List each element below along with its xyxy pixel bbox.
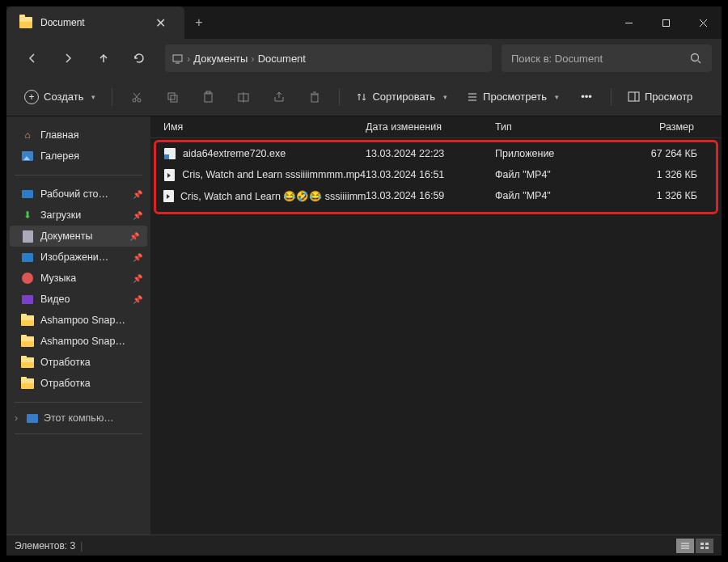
folder-icon	[21, 335, 34, 348]
pc-icon	[26, 412, 39, 425]
search-input[interactable]: Поиск в: Document	[502, 44, 712, 72]
view-button[interactable]: Просмотреть ▾	[459, 83, 567, 111]
close-button[interactable]	[684, 6, 722, 39]
file-row[interactable]: aida64extreme720.exe 13.03.2024 22:23 Пр…	[157, 143, 715, 164]
video-icon	[21, 293, 34, 306]
up-button[interactable]	[87, 44, 120, 73]
delete-button[interactable]	[298, 83, 331, 111]
create-button[interactable]: + Создать ▾	[16, 83, 104, 111]
mp4-icon	[163, 168, 176, 181]
tab-title: Document	[40, 17, 141, 28]
folder-icon	[21, 314, 34, 327]
sort-icon	[356, 91, 367, 103]
rename-button[interactable]	[227, 83, 260, 111]
pin-icon: 📌	[133, 295, 142, 304]
resize-handle-icon[interactable]: ︿	[433, 118, 440, 129]
sidebar-item-thispc[interactable]: Этот компью…	[6, 408, 150, 429]
new-tab-button[interactable]: +	[184, 15, 214, 30]
preview-button[interactable]: Просмотр	[620, 83, 700, 111]
sort-button[interactable]: Сортировать ▾	[348, 83, 455, 111]
close-tab-icon[interactable]: ✕	[149, 15, 171, 31]
column-header-type[interactable]: Тип	[495, 121, 616, 133]
svg-rect-4	[173, 55, 182, 61]
forward-button[interactable]	[52, 44, 84, 73]
file-modified: 13.03.2024 22:23	[366, 148, 495, 159]
svg-rect-29	[700, 543, 704, 545]
sidebar-label: Рабочий сто…	[40, 188, 108, 200]
separator	[15, 175, 142, 175]
sidebar-item-music[interactable]: Музыка📌	[6, 268, 150, 289]
separator	[611, 88, 612, 106]
details-view-button[interactable]	[676, 539, 694, 553]
sidebar-item-folder[interactable]: Ashampoo Snap…	[6, 310, 150, 331]
sidebar-item-folder[interactable]: Ashampoo Snap…	[6, 331, 150, 352]
separator	[112, 88, 112, 106]
sidebar-item-home[interactable]: ⌂Главная	[6, 125, 150, 146]
breadcrumb-item[interactable]: Документы	[193, 53, 248, 65]
file-row[interactable]: Cris, Watch and Learn 😂🤣😂 sssiiiimmm… 13…	[157, 185, 715, 206]
file-type: Файл "MP4"	[495, 190, 616, 201]
view-toggles	[676, 539, 713, 553]
pin-icon: 📌	[133, 190, 142, 199]
svg-rect-31	[700, 547, 704, 549]
more-button[interactable]: •••	[570, 83, 603, 111]
explorer-window: Document ✕ + › Документы › Document Поис…	[6, 6, 722, 556]
cut-button[interactable]	[121, 83, 153, 111]
sort-label: Сортировать	[372, 91, 435, 103]
sidebar-item-documents[interactable]: Документы📌	[10, 226, 147, 247]
chevron-down-icon: ▾	[555, 93, 559, 101]
sidebar-item-desktop[interactable]: Рабочий сто…📌	[6, 184, 150, 205]
view-label: Просмотреть	[483, 91, 547, 103]
breadcrumb-item[interactable]: Document	[258, 53, 306, 65]
sidebar-label: Этот компью…	[44, 412, 114, 424]
sidebar-item-folder[interactable]: Отработка	[6, 352, 150, 373]
window-tab[interactable]: Document ✕	[6, 6, 184, 39]
share-button[interactable]	[263, 83, 295, 111]
pin-icon: 📌	[133, 211, 142, 220]
sidebar-item-downloads[interactable]: ⬇Загрузки📌	[6, 205, 150, 226]
sidebar-label: Галерея	[40, 150, 79, 162]
sidebar-label: Музыка	[40, 273, 76, 284]
grid-icon	[700, 542, 709, 550]
address-bar[interactable]: › Документы › Document	[165, 44, 492, 72]
copy-button[interactable]	[156, 83, 188, 111]
pin-icon: 📌	[133, 274, 142, 283]
sidebar-item-gallery[interactable]: Галерея	[6, 146, 150, 167]
plus-circle-icon: +	[24, 90, 39, 104]
separator: |	[80, 540, 83, 551]
body: ⌂Главная Галерея Рабочий сто…📌 ⬇Загрузки…	[6, 116, 722, 535]
column-header-name[interactable]: Имя	[163, 121, 366, 133]
home-icon: ⌂	[21, 129, 34, 142]
refresh-button[interactable]	[123, 44, 155, 73]
svg-point-9	[138, 99, 141, 102]
preview-label: Просмотр	[645, 91, 692, 103]
back-button[interactable]	[16, 44, 49, 73]
file-type: Приложение	[495, 148, 616, 159]
file-name: Cris, Watch and Learn 😂🤣😂 sssiiiimmm…	[180, 190, 366, 202]
sidebar-item-video[interactable]: Видео📌	[6, 289, 150, 310]
thumbnail-view-button[interactable]	[696, 539, 713, 553]
sidebar-label: Отработка	[40, 378, 91, 389]
pin-icon: 📌	[133, 253, 142, 262]
svg-rect-14	[205, 93, 212, 102]
file-size: 1 326 КБ	[616, 169, 705, 180]
maximize-button[interactable]	[647, 6, 684, 39]
create-label: Создать	[44, 91, 83, 103]
column-header-size[interactable]: Размер	[616, 121, 705, 133]
navbar: › Документы › Document Поиск в: Document	[6, 39, 722, 78]
sidebar-item-folder[interactable]: Отработка	[6, 373, 150, 394]
minimize-button[interactable]	[610, 6, 647, 39]
content-pane: ︿ Имя Дата изменения Тип Размер aida64ex…	[150, 116, 722, 535]
sidebar-label: Ashampoo Snap…	[40, 336, 125, 347]
column-header-modified[interactable]: Дата изменения	[366, 121, 495, 133]
sidebar-item-images[interactable]: Изображени…📌	[6, 247, 150, 268]
desktop-icon	[21, 188, 34, 201]
separator	[339, 88, 340, 106]
paste-button[interactable]	[192, 83, 224, 111]
svg-rect-30	[705, 543, 709, 545]
pin-icon: 📌	[129, 232, 139, 241]
separator	[15, 402, 142, 403]
search-icon	[690, 53, 702, 65]
file-modified: 13.03.2024 16:59	[366, 190, 495, 201]
file-row[interactable]: Cris, Watch and Learn sssiiiimmmm.mp4 13…	[157, 164, 715, 185]
